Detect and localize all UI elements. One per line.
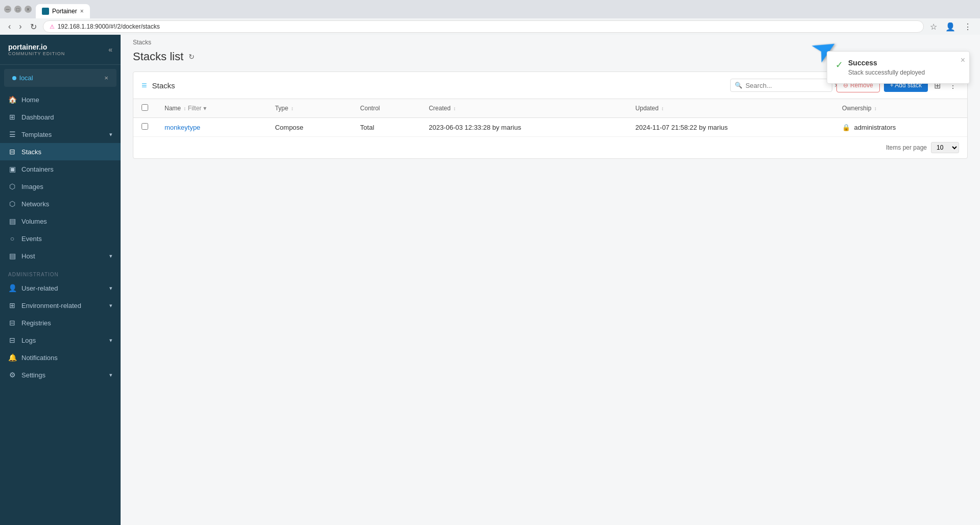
sidebar-item-images[interactable]: ⬡ Images xyxy=(0,178,121,195)
sidebar-env-selector[interactable]: local × xyxy=(4,69,116,87)
sidebar-item-label-home: Home xyxy=(21,96,39,104)
url-display: 192.168.1.18:9000/#!/2/docker/stacks xyxy=(58,23,160,30)
maximize-button[interactable]: □ xyxy=(14,6,21,13)
stack-name-link[interactable]: monkeytype xyxy=(165,124,200,131)
tab-title: Portainer xyxy=(52,8,77,15)
back-button[interactable]: ‹ xyxy=(6,21,13,32)
events-icon: ○ xyxy=(8,234,16,243)
profile-button[interactable]: 👤 xyxy=(943,21,958,33)
created-sort-icon: ↕ xyxy=(453,106,456,111)
reload-button[interactable]: ↻ xyxy=(28,21,39,33)
templates-icon: ☰ xyxy=(8,130,16,138)
portainer-logo: portainer.io COMMUNITY EDITION xyxy=(8,43,65,56)
toast-message: Stack successfully deployed xyxy=(848,69,961,76)
sidebar-item-user-related[interactable]: 👤 User-related ▾ xyxy=(0,279,121,297)
address-bar-row: ‹ › ↻ ⚠ 192.168.1.18:9000/#!/2/docker/st… xyxy=(0,18,980,35)
items-per-page-label: Items per page xyxy=(886,144,927,151)
items-per-page-bar: Items per page 10 25 50 100 xyxy=(133,137,967,158)
address-bar[interactable]: ⚠ 192.168.1.18:9000/#!/2/docker/stacks xyxy=(43,20,924,33)
sidebar-collapse-button[interactable]: « xyxy=(108,45,112,54)
sidebar-item-host[interactable]: ▤ Host ▾ xyxy=(0,247,121,265)
sidebar-item-logs[interactable]: ⊟ Logs ▾ xyxy=(0,331,121,349)
forward-button[interactable]: › xyxy=(17,21,24,32)
browser-tab[interactable]: Portainer × xyxy=(36,4,90,18)
sidebar-item-notifications[interactable]: 🔔 Notifications xyxy=(0,349,121,366)
logo-edition: COMMUNITY EDITION xyxy=(8,51,65,56)
name-filter-button[interactable]: Filter ▾ xyxy=(188,105,206,112)
env-dot xyxy=(12,76,16,80)
settings-icon: ⚙ xyxy=(8,371,16,379)
sidebar-item-settings[interactable]: ⚙ Settings ▾ xyxy=(0,366,121,384)
sidebar-item-label-logs: Logs xyxy=(21,337,36,344)
sidebar-logo: portainer.io COMMUNITY EDITION « xyxy=(0,35,121,65)
env-name-label: local xyxy=(12,74,33,82)
browser-chrome: ─ □ × Portainer × xyxy=(0,0,980,18)
host-chevron-icon: ▾ xyxy=(109,253,112,259)
sidebar-item-networks[interactable]: ⬡ Networks xyxy=(0,195,121,212)
env-close-button[interactable]: × xyxy=(104,74,108,82)
tab-favicon xyxy=(42,8,49,15)
sidebar-item-label-user-related: User-related xyxy=(21,284,58,292)
name-column-label: Name xyxy=(165,105,181,112)
toast-title: Success xyxy=(848,59,961,67)
sidebar-item-volumes[interactable]: ▤ Volumes xyxy=(0,212,121,230)
sidebar-item-label-environment-related: Environment-related xyxy=(21,302,81,309)
ownership-column-header[interactable]: Ownership ↕ xyxy=(834,99,967,118)
sidebar-item-templates[interactable]: ☰ Templates ▾ xyxy=(0,126,121,143)
tab-close-button[interactable]: × xyxy=(80,8,84,15)
app-container: portainer.io COMMUNITY EDITION « local ×… xyxy=(0,35,980,525)
sidebar: portainer.io COMMUNITY EDITION « local ×… xyxy=(0,35,121,525)
items-per-page-select[interactable]: 10 25 50 100 xyxy=(931,142,959,153)
dashboard-icon: ⊞ xyxy=(8,113,16,121)
search-box[interactable]: 🔍 × xyxy=(730,79,832,92)
select-all-checkbox[interactable] xyxy=(142,104,148,111)
search-input[interactable] xyxy=(745,82,831,89)
admin-section-header: Administration xyxy=(0,265,121,279)
stacks-sidebar-icon: ⊟ xyxy=(8,148,16,156)
sidebar-item-registries[interactable]: ⊟ Registries xyxy=(0,314,121,331)
stacks-panel: ≡ Stacks 🔍 × ⊖ Remove + Add stack xyxy=(133,71,968,159)
table-row: monkeytype Compose Total 2023-06-03 12:3… xyxy=(133,118,967,137)
host-icon: ▤ xyxy=(8,252,16,260)
type-column-header[interactable]: Type ↕ xyxy=(267,99,352,118)
sidebar-item-label-templates: Templates xyxy=(21,131,52,138)
security-icon: ⚠ xyxy=(50,23,55,30)
close-button[interactable]: × xyxy=(25,6,32,13)
window-controls: ─ □ × xyxy=(4,6,32,13)
menu-button[interactable]: ⋮ xyxy=(962,21,974,33)
home-icon: 🏠 xyxy=(8,96,16,104)
logs-chevron-icon: ▾ xyxy=(109,337,112,344)
row-name-cell: monkeytype xyxy=(156,118,267,137)
sidebar-item-environment-related[interactable]: ⊞ Environment-related ▾ xyxy=(0,297,121,314)
row-updated-cell: 2024-11-07 21:58:22 by marius xyxy=(627,118,834,137)
search-icon: 🔍 xyxy=(735,82,742,89)
name-column-header[interactable]: Name ↕ Filter ▾ xyxy=(156,99,267,118)
sidebar-item-containers[interactable]: ▣ Containers xyxy=(0,160,121,178)
sidebar-item-dashboard[interactable]: ⊞ Dashboard xyxy=(0,108,121,126)
logo-name: portainer.io xyxy=(8,43,65,51)
minimize-button[interactable]: ─ xyxy=(4,6,11,13)
row-type-cell: Compose xyxy=(267,118,352,137)
sidebar-item-events[interactable]: ○ Events xyxy=(0,230,121,247)
sidebar-item-label-stacks: Stacks xyxy=(21,148,41,156)
row-control-cell: Total xyxy=(352,118,421,137)
refresh-button[interactable]: ↻ xyxy=(189,53,195,61)
sidebar-item-label-notifications: Notifications xyxy=(21,354,58,362)
sidebar-item-home[interactable]: 🏠 Home xyxy=(0,91,121,108)
toast-close-button[interactable]: × xyxy=(961,56,965,65)
breadcrumb: Stacks xyxy=(121,35,980,50)
sidebar-item-label-host: Host xyxy=(21,252,35,260)
sidebar-item-stacks[interactable]: ⊟ Stacks xyxy=(0,143,121,160)
settings-chevron-icon: ▾ xyxy=(109,372,112,378)
sidebar-item-label-images: Images xyxy=(21,183,43,190)
ownership-value: administrators xyxy=(854,124,896,131)
updated-column-header[interactable]: Updated ↕ xyxy=(627,99,834,118)
sidebar-item-label-dashboard: Dashboard xyxy=(21,113,54,121)
notifications-icon: 🔔 xyxy=(8,353,16,362)
environment-related-icon: ⊞ xyxy=(8,301,16,309)
row-ownership-cell: 🔒 administrators xyxy=(834,118,967,137)
created-column-header[interactable]: Created ↕ xyxy=(421,99,627,118)
row-checkbox-cell xyxy=(133,118,156,137)
row-checkbox[interactable] xyxy=(142,123,148,130)
bookmark-button[interactable]: ☆ xyxy=(928,21,939,33)
